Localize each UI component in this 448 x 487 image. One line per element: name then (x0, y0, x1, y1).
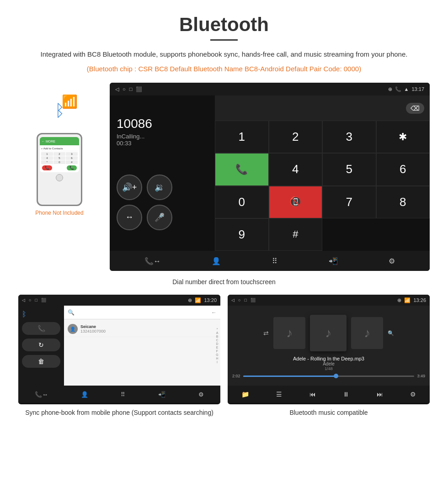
phone-key-0[interactable]: 0 (53, 160, 65, 164)
pb-navbar: 📞↔ 👤 ⠿ 📲 ⚙ (18, 386, 220, 403)
dial-key-0[interactable]: 0 (215, 186, 269, 218)
music-shuffle-icon[interactable]: ⇄ (263, 329, 269, 337)
pb-call-btn[interactable]: 📞 (22, 322, 60, 335)
music-folder-icon[interactable]: 📁 (241, 391, 249, 398)
phone-key-star[interactable]: * (41, 160, 53, 164)
music-progress-fill (243, 376, 337, 377)
pb-alpha-c[interactable]: C (216, 339, 218, 342)
dial-key-7[interactable]: 7 (322, 186, 376, 218)
dial-key-9[interactable]: 9 (215, 218, 269, 251)
call-btn-row-1: 🔊+ 🔉 (117, 175, 208, 200)
phone-key-6[interactable]: 6 (66, 156, 78, 160)
volume-down-btn[interactable]: 🔉 (147, 175, 172, 200)
dial-key-answer[interactable]: 📞 (215, 153, 269, 185)
dial-key-3[interactable]: 3 (322, 121, 376, 153)
call-number: 10086 (117, 116, 208, 131)
pb-location-icon: ⊕ (188, 297, 192, 303)
music-play-pause-icon[interactable]: ⏸ (343, 391, 349, 398)
pb-delete-btn[interactable]: 🗑 (22, 355, 60, 368)
pb-alpha-h[interactable]: H (216, 357, 218, 360)
pb-alpha-a[interactable]: A (216, 331, 219, 334)
dial-key-6[interactable]: 6 (376, 153, 430, 185)
pb-alpha-i[interactable]: I (217, 360, 218, 364)
home-icon: ○ (123, 86, 126, 92)
android-navbar: 📞↔ 👤 ⠿ 📲 ⚙ (110, 251, 430, 271)
phone-end-btn[interactable]: 📞 (42, 165, 52, 170)
pb-sync-btn[interactable]: ↻ (22, 339, 60, 351)
phone-key-hash[interactable]: # (66, 160, 78, 164)
phonebook-item: ◁ ○ □ ⬛ ⊕ 📶 13:20 ᛒ 📞 ↻ 🗑 (18, 295, 220, 418)
pb-alphabet-index: * A B C D E F G H I (214, 306, 220, 386)
nav-contacts-icon[interactable]: 👤 (212, 257, 221, 265)
pb-nav-phone-icon[interactable]: 📞↔ (35, 391, 48, 398)
mute-btn[interactable]: 🎤 (147, 205, 172, 230)
pb-contact-item[interactable]: 👤 Seicane 13241007000 (64, 321, 220, 337)
backspace-btn[interactable]: ⌫ (406, 103, 424, 114)
pb-nav-transfer-icon[interactable]: 📲 (158, 391, 165, 398)
music-next-icon[interactable]: ⏭ (377, 391, 383, 398)
phone-key-2[interactable]: 2 (53, 152, 65, 156)
phone-key-1[interactable]: 1 (41, 152, 53, 156)
statusbar-left: ◁ ○ □ ⬛ (115, 86, 142, 92)
page-title: Bluetooth (18, 14, 430, 36)
dial-key-hash[interactable]: # (269, 218, 323, 251)
call-screen-caption: Dial number direct from touchscreen (18, 278, 430, 286)
music-navbar: 📁 ☰ ⏮ ⏸ ⏭ ⚙ (228, 386, 430, 403)
statusbar-right: ⊕ 📞 ▲ 13:17 (388, 86, 424, 92)
dial-key-star[interactable]: ✱ (376, 121, 430, 153)
dial-key-4[interactable]: 4 (269, 153, 323, 185)
music-settings-icon[interactable]: ⚙ (410, 391, 416, 398)
music-recent-icon: □ (244, 298, 246, 302)
nav-dialpad-icon[interactable]: ⠿ (272, 257, 277, 265)
pb-contact-list: 👤 Seicane 13241007000 (64, 319, 220, 339)
phone-home-btn[interactable] (56, 174, 63, 181)
music-prev-icon[interactable]: ⏮ (309, 391, 316, 398)
call-left-panel: 10086 InCalling... 00:33 🔊+ 🔉 ↔ 🎤 (110, 95, 215, 251)
pb-contact-number: 13241007000 (80, 329, 106, 333)
pb-contact-info: Seicane 13241007000 (80, 324, 106, 333)
music-playlist-icon[interactable]: ☰ (276, 391, 282, 398)
music-back-icon: ◁ (231, 298, 235, 302)
nav-transfer-icon[interactable]: 📲 (329, 257, 338, 265)
nav-settings-icon[interactable]: ⚙ (389, 257, 395, 265)
music-statusbar: ◁ ○ □ ⬛ ⊕ 📶 13:26 (228, 295, 430, 306)
music-progress-bar[interactable] (243, 376, 415, 377)
music-search-icon[interactable]: 🔍 (388, 330, 394, 336)
phone-key-4[interactable]: 4 (41, 156, 53, 160)
wifi-icon: ▲ (404, 86, 409, 92)
pb-back-icon: ◁ (22, 298, 25, 302)
pb-alpha-e[interactable]: E (216, 346, 219, 349)
pb-alpha-b[interactable]: B (216, 335, 219, 338)
music-statusbar-left: ◁ ○ □ ⬛ (231, 298, 256, 302)
dial-key-5[interactable]: 5 (322, 153, 376, 185)
pb-alpha-f[interactable]: F (216, 349, 218, 353)
phone-key-5[interactable]: 5 (53, 156, 65, 160)
dial-key-1[interactable]: 1 (215, 121, 269, 153)
phone-key-3[interactable]: 3 (66, 152, 78, 156)
add-contacts-label: + Add to Contacts (41, 147, 63, 150)
bluetooth-icon-area: ᛒ 📶 (41, 92, 78, 128)
pb-bt-icon: ᛒ (22, 310, 60, 318)
music-screen: ◁ ○ □ ⬛ ⊕ 📶 13:26 ⇄ ♪ ♪ ♪ 🔍 (228, 295, 430, 404)
nav-phone-icon[interactable]: 📞↔ (144, 257, 161, 265)
music-progress-row: 2:02 3:49 (232, 374, 425, 378)
volume-up-btn[interactable]: 🔊+ (117, 175, 142, 200)
music-caption: Bluetooth music compatible (228, 408, 430, 418)
dial-key-2[interactable]: 2 (269, 121, 323, 153)
music-signal-icon: 📶 (404, 297, 411, 303)
call-buttons: 🔊+ 🔉 ↔ 🎤 (117, 175, 208, 230)
pb-nav-contacts-icon[interactable]: 👤 (81, 391, 88, 398)
pb-alpha-g[interactable]: G (216, 353, 218, 356)
dial-key-end[interactable]: 📵 (269, 186, 323, 218)
orange-info: (Bluetooth chip : CSR BC8 Default Blueto… (18, 64, 430, 74)
pb-alpha-d[interactable]: D (216, 342, 218, 345)
android-call-screen: ◁ ○ □ ⬛ ⊕ 📞 ▲ 13:17 10086 InCalling... 0… (110, 83, 430, 271)
pb-nav-settings-icon[interactable]: ⚙ (198, 391, 204, 398)
transfer-btn[interactable]: ↔ (117, 205, 142, 230)
pb-nav-dialpad-icon[interactable]: ⠿ (121, 391, 125, 398)
pb-alpha-star: * (217, 328, 218, 331)
pb-main: 🔍 ← 👤 Seicane 13241007000 (64, 306, 220, 386)
dial-key-8[interactable]: 8 (376, 186, 430, 218)
pb-statusbar: ◁ ○ □ ⬛ ⊕ 📶 13:20 (18, 295, 220, 306)
phone-answer-btn[interactable]: 📞 (67, 165, 77, 170)
